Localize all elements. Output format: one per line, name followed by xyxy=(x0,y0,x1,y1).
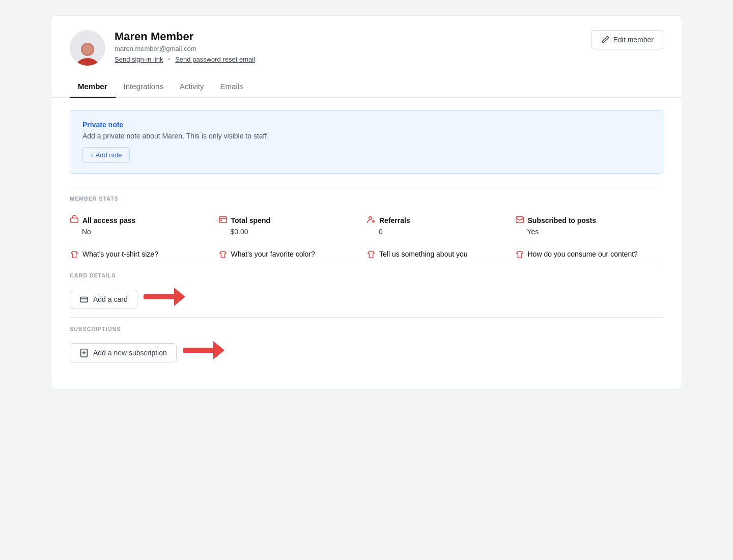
box-icon-1 xyxy=(70,250,79,261)
custom-field-consume: How do you consume our content? xyxy=(515,250,664,261)
subscriptions-section: SUBSCRIPTIONS Add a new subscription xyxy=(70,317,663,371)
svg-point-5 xyxy=(220,220,221,221)
member-links: Send sign-in link • Send password reset … xyxy=(115,55,255,63)
arrow-head-2 xyxy=(213,341,224,359)
stat-total-spend: Total spend $0.00 xyxy=(218,208,367,243)
private-note-box: Private note Add a private note about Ma… xyxy=(70,110,663,174)
spend-icon xyxy=(218,215,228,226)
add-subscription-arrow-indicator xyxy=(183,341,224,359)
email-icon xyxy=(515,215,524,226)
member-name: Maren Member xyxy=(115,30,255,43)
svg-point-1 xyxy=(76,58,99,66)
add-card-button[interactable]: Add a card xyxy=(70,290,137,309)
box-icon-4 xyxy=(515,250,524,261)
member-info: Maren Member maren.member@gmail.com Send… xyxy=(70,30,255,66)
stat-subscribed-posts: Subscribed to posts Yes xyxy=(515,208,664,243)
stats-grid: All access pass No Total spend $ xyxy=(70,208,663,243)
member-details: Maren Member maren.member@gmail.com Send… xyxy=(115,30,255,63)
tag-icon xyxy=(70,215,79,226)
member-email: maren.member@gmail.com xyxy=(115,45,255,52)
private-note-title: Private note xyxy=(82,121,651,129)
separator: • xyxy=(168,55,171,63)
tab-emails[interactable]: Emails xyxy=(212,76,251,98)
main-content: Private note Add a private note about Ma… xyxy=(51,98,682,389)
custom-fields-grid: What's your t-shirt size? What's your fa… xyxy=(70,245,663,264)
subscriptions-header: SUBSCRIPTIONS xyxy=(70,326,663,338)
tabs-bar: Member Integrations Activity Emails xyxy=(51,76,682,98)
arrow-body-2 xyxy=(183,348,213,353)
svg-rect-3 xyxy=(71,218,78,222)
referrals-icon xyxy=(366,215,376,226)
subscribed-posts-value: Yes xyxy=(515,228,656,236)
tab-member[interactable]: Member xyxy=(70,76,116,98)
send-signin-link[interactable]: Send sign-in link xyxy=(115,55,163,63)
card-details-section: CARD DETAILS Add a card xyxy=(70,264,663,317)
svg-rect-7 xyxy=(516,217,523,223)
box-icon-2 xyxy=(218,250,228,261)
send-password-reset-link[interactable]: Send password reset email xyxy=(175,55,255,63)
add-card-arrow-indicator xyxy=(144,288,185,306)
stat-referrals: Referrals 0 xyxy=(366,208,515,243)
pencil-icon xyxy=(601,35,610,44)
custom-field-about: Tell us something about you xyxy=(366,250,515,261)
svg-point-2 xyxy=(82,44,93,54)
add-note-button[interactable]: + Add note xyxy=(82,147,130,163)
total-spend-value: $0.00 xyxy=(218,228,359,236)
member-stats-header: MEMBER STATS xyxy=(70,188,663,208)
box-icon-3 xyxy=(366,250,376,261)
stat-all-access-pass: All access pass No xyxy=(70,208,218,243)
svg-rect-8 xyxy=(80,297,88,302)
arrow-body xyxy=(144,294,174,299)
add-subscription-icon xyxy=(79,348,89,357)
credit-card-icon xyxy=(79,295,89,304)
edit-member-button[interactable]: Edit member xyxy=(591,30,663,49)
tab-integrations[interactable]: Integrations xyxy=(116,76,172,98)
all-access-value: No xyxy=(70,228,210,236)
custom-field-tshirt: What's your t-shirt size? xyxy=(70,250,218,261)
svg-point-6 xyxy=(369,217,372,219)
member-header: Maren Member maren.member@gmail.com Send… xyxy=(51,16,682,76)
add-subscription-button[interactable]: Add a new subscription xyxy=(70,343,177,362)
private-note-description: Add a private note about Maren. This is … xyxy=(82,132,651,140)
referrals-value: 0 xyxy=(366,228,507,236)
tab-activity[interactable]: Activity xyxy=(172,76,212,98)
avatar xyxy=(70,30,105,66)
svg-rect-4 xyxy=(219,217,226,223)
custom-field-color: What's your favorite color? xyxy=(218,250,367,261)
arrow-head xyxy=(174,288,185,306)
card-details-header: CARD DETAILS xyxy=(70,272,663,285)
